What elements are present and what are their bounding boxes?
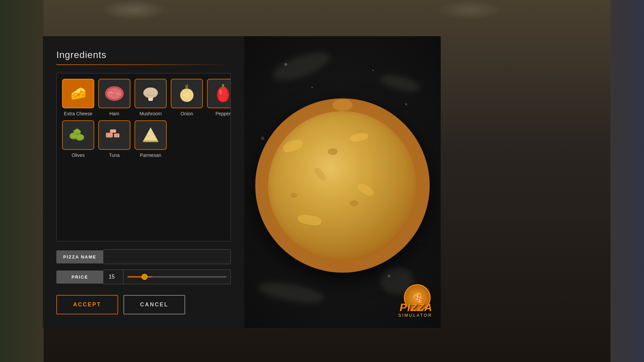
svg-point-38 <box>147 139 148 140</box>
ingredient-onion-icon <box>171 79 203 108</box>
cancel-button[interactable]: CANCEL <box>123 295 185 314</box>
ingredient-pepper[interactable]: Pepper <box>207 79 231 116</box>
cheese-visual: 🧀 <box>67 83 89 104</box>
logo-pizza-word: PIZZA <box>398 302 432 313</box>
svg-point-1 <box>107 88 122 99</box>
main-dialog: Ingredients 🧀 Extra Cheese <box>43 36 441 328</box>
svg-point-10 <box>181 89 193 101</box>
ingredients-grid: 🧀 Extra Cheese <box>62 79 225 158</box>
onion-visual <box>176 83 198 104</box>
price-slider-wrap <box>123 269 231 284</box>
ingredient-pepper-icon <box>207 79 231 108</box>
buttons-row: ACCEPT CANCEL <box>56 295 231 314</box>
svg-rect-13 <box>222 84 224 87</box>
svg-point-40 <box>150 131 152 133</box>
crust-highlight-bottom <box>329 260 356 272</box>
ingredients-title: Ingredients <box>56 50 231 60</box>
ingredient-mushroom-icon <box>135 79 167 108</box>
flour-dot-1 <box>284 63 287 66</box>
pepper-visual <box>212 83 231 104</box>
ingredient-parmesan-icon <box>135 120 167 150</box>
pizza-container <box>255 98 430 273</box>
pizza-name-label: PIZZA NAME <box>56 250 103 263</box>
flour-dot-2 <box>311 86 313 88</box>
ingredient-parmesan-label: Parmesan <box>140 153 161 158</box>
ingredient-onion[interactable]: Onion <box>171 79 203 116</box>
sauce-edge <box>268 111 417 260</box>
svg-point-35 <box>148 135 149 137</box>
svg-point-4 <box>113 94 116 96</box>
logo-simulator-word: SIMULATOR <box>398 313 432 318</box>
right-panel: 🍕 PIZZA SIMULATOR <box>244 36 441 328</box>
svg-point-17 <box>71 134 73 135</box>
svg-rect-27 <box>114 133 119 137</box>
logo-text: PIZZA SIMULATOR <box>398 302 432 318</box>
bg-right <box>610 0 644 362</box>
ingredient-onion-label: Onion <box>180 111 193 116</box>
svg-point-21 <box>74 129 80 134</box>
olives-visual <box>67 124 89 146</box>
svg-point-39 <box>153 137 154 139</box>
bg-left <box>0 0 44 362</box>
ingredient-ham-icon <box>98 79 130 108</box>
flour-dot-6 <box>387 275 390 278</box>
crust-highlight-top <box>332 99 353 111</box>
ingredient-pepper-label: Pepper <box>215 111 230 116</box>
parmesan-visual <box>140 124 161 146</box>
pizza-outer <box>255 98 430 273</box>
svg-point-37 <box>150 138 151 139</box>
ingredient-tuna-icon <box>98 120 130 150</box>
price-row: PRICE 15 <box>56 269 231 284</box>
pizza-logo: 🍕 PIZZA SIMULATOR <box>384 284 431 318</box>
svg-point-8 <box>148 96 153 98</box>
ingredient-ham-label: Ham <box>109 111 119 116</box>
left-panel: Ingredients 🧀 Extra Cheese <box>43 36 244 328</box>
svg-rect-41 <box>143 140 158 142</box>
tuna-visual <box>104 124 125 146</box>
accept-button[interactable]: ACCEPT <box>56 295 118 314</box>
ham-visual <box>104 83 125 104</box>
price-label: PRICE <box>56 270 103 284</box>
ingredient-mushroom[interactable]: Mushroom <box>135 79 167 116</box>
ceiling-light-left <box>101 0 168 20</box>
ingredient-extra-cheese-icon: 🧀 <box>62 79 94 108</box>
svg-rect-30 <box>110 129 116 133</box>
ceiling-light-right <box>436 0 503 20</box>
ingredient-extra-cheese-label: Extra Cheese <box>64 111 93 116</box>
pizza-name-row: PIZZA NAME <box>56 249 231 264</box>
ingredient-extra-cheese[interactable]: 🧀 Extra Cheese <box>62 79 94 116</box>
price-slider[interactable] <box>127 276 226 278</box>
ingredient-tuna[interactable]: Tuna <box>98 120 130 158</box>
ingredient-olives[interactable]: Olives <box>62 120 94 158</box>
ingredient-olives-icon <box>62 120 94 150</box>
price-value-display: 15 <box>103 269 123 284</box>
title-divider <box>56 64 231 65</box>
mushroom-visual <box>140 83 161 104</box>
ingredient-tuna-label: Tuna <box>109 153 119 158</box>
svg-point-36 <box>152 134 153 135</box>
ingredient-mushroom-label: Mushroom <box>140 111 162 116</box>
form-area: PIZZA NAME PRICE 15 ACCEPT CANCEL <box>56 249 231 314</box>
ingredients-grid-container[interactable]: 🧀 Extra Cheese <box>56 73 231 241</box>
ingredient-parmesan[interactable]: Parmesan <box>135 120 167 158</box>
ingredient-ham[interactable]: Ham <box>98 79 130 116</box>
svg-point-3 <box>116 89 118 92</box>
ingredient-olives-label: Olives <box>72 153 85 158</box>
pizza-name-input[interactable] <box>103 249 231 264</box>
flour-dot-7 <box>372 70 374 71</box>
